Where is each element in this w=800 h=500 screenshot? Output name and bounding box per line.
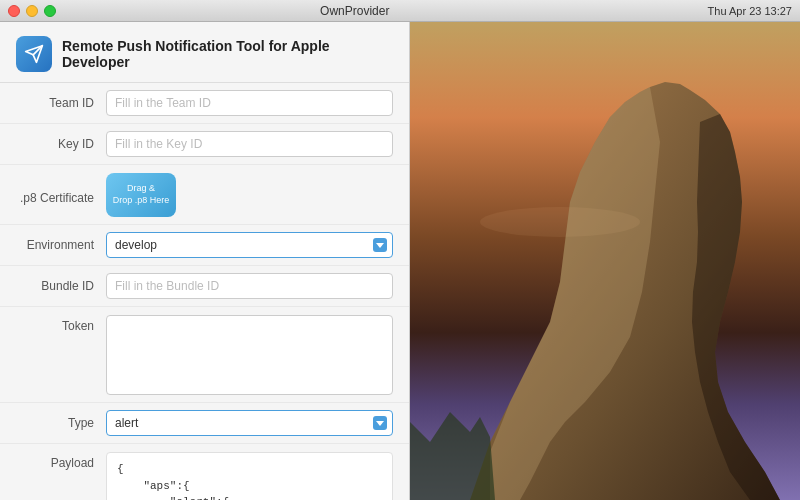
type-row: Type alert background voip xyxy=(0,403,409,444)
environment-select[interactable]: develop production xyxy=(106,232,393,258)
type-select-wrapper: alert background voip xyxy=(106,410,393,436)
app-header: Remote Push Notification Tool for Apple … xyxy=(0,22,409,83)
team-id-input[interactable] xyxy=(106,90,393,116)
title-bar-right: Thu Apr 23 13:27 xyxy=(708,5,792,17)
environment-label: Environment xyxy=(16,232,106,252)
payload-label: Payload xyxy=(16,452,106,470)
type-label: Type xyxy=(16,410,106,430)
payload-code: { "aps":{ "alert":{ "title":"OwnProvider… xyxy=(106,452,393,500)
key-id-label: Key ID xyxy=(16,131,106,151)
p8-drop-zone[interactable]: Drag &Drop .p8 Here xyxy=(106,173,176,217)
main-layout: Remote Push Notification Tool for Apple … xyxy=(0,22,800,500)
key-id-row: Key ID xyxy=(0,124,409,165)
key-id-input[interactable] xyxy=(106,131,393,157)
type-select[interactable]: alert background voip xyxy=(106,410,393,436)
payload-row: Payload { "aps":{ "alert":{ "title":"Own… xyxy=(0,444,409,500)
payload-area: { "aps":{ "alert":{ "title":"OwnProvider… xyxy=(106,452,393,500)
p8-cert-row: .p8 Certificate Drag &Drop .p8 Here xyxy=(0,165,409,225)
app-title: Remote Push Notification Tool for Apple … xyxy=(62,38,393,70)
token-label: Token xyxy=(16,315,106,333)
svg-point-1 xyxy=(480,207,640,237)
environment-row: Environment develop production xyxy=(0,225,409,266)
left-panel: Remote Push Notification Tool for Apple … xyxy=(0,22,410,500)
token-row: Token xyxy=(0,307,409,403)
time-display: Thu Apr 23 13:27 xyxy=(708,5,792,17)
title-bar: OwnProvider Thu Apr 23 13:27 xyxy=(0,0,800,22)
form-section: Team ID Key ID .p8 Certificate Drag &Dro… xyxy=(0,83,409,500)
team-id-row: Team ID xyxy=(0,83,409,124)
environment-select-wrapper: develop production xyxy=(106,232,393,258)
bundle-id-row: Bundle ID xyxy=(0,266,409,307)
wallpaper-panel xyxy=(410,22,800,500)
team-id-label: Team ID xyxy=(16,90,106,110)
token-input[interactable] xyxy=(106,315,393,395)
title-bar-app-name: OwnProvider xyxy=(8,4,702,18)
bundle-id-label: Bundle ID xyxy=(16,273,106,293)
app-icon xyxy=(16,36,52,72)
p8-cert-label: .p8 Certificate xyxy=(16,185,106,205)
bundle-id-input[interactable] xyxy=(106,273,393,299)
